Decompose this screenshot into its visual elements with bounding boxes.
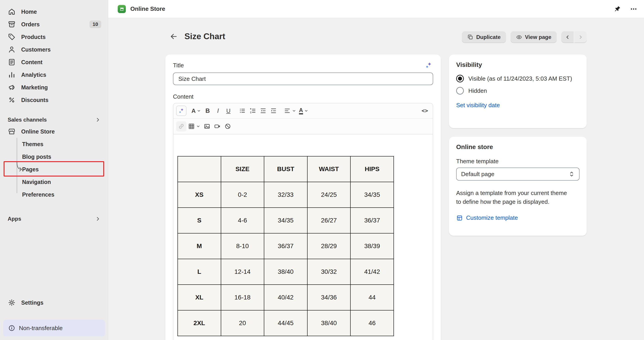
- size-table-cell: 46: [350, 310, 394, 336]
- customize-template-label: Customize template: [466, 214, 518, 221]
- sidebar-item-navigation[interactable]: Navigation: [3, 176, 105, 188]
- size-table-header-cell: WAIST: [307, 156, 351, 182]
- theme-template-label: Theme template: [456, 158, 580, 165]
- previous-page-button[interactable]: [561, 31, 574, 43]
- page-title: Size Chart: [184, 32, 225, 41]
- duplicate-button[interactable]: Duplicate: [462, 31, 506, 43]
- more-options-icon[interactable]: [630, 5, 637, 13]
- sidebar-item-preferences[interactable]: Preferences: [3, 188, 105, 201]
- clear-formatting-button[interactable]: [222, 121, 233, 132]
- size-table-cell: 34/36: [307, 285, 351, 310]
- size-table-row: L12-1438/4030/3241/42: [178, 259, 394, 285]
- size-table-header-cell: HIPS: [350, 156, 394, 182]
- view-page-button[interactable]: View page: [510, 31, 557, 43]
- pin-icon[interactable]: [614, 5, 621, 13]
- size-table-cell: 36/37: [264, 233, 307, 259]
- back-button[interactable]: [169, 31, 178, 41]
- sidebar-item-settings[interactable]: Settings: [3, 296, 105, 309]
- non-transferable-banner[interactable]: Non-transferable: [3, 320, 105, 337]
- eye-icon: [516, 34, 522, 40]
- font-style-dropdown[interactable]: A: [190, 106, 202, 116]
- discounts-icon: [8, 96, 16, 104]
- radio-selected-icon[interactable]: [456, 75, 464, 82]
- insert-image-button[interactable]: [202, 121, 212, 132]
- size-table-row: XL16-1840/4234/3644: [178, 285, 394, 310]
- text-color-dropdown[interactable]: A: [298, 106, 310, 116]
- magic-ai-button[interactable]: [176, 106, 186, 116]
- sidebar-nav: Home Orders 10 Products Customers: [0, 0, 108, 224]
- orders-icon: [8, 20, 16, 28]
- size-table-cell: 12-14: [221, 259, 264, 285]
- hidden-option[interactable]: Hidden: [456, 87, 580, 95]
- size-table-cell: 0-2: [221, 182, 264, 208]
- outdent-button[interactable]: [258, 106, 268, 116]
- chevron-right-icon: [94, 215, 101, 222]
- outdent-icon: [260, 107, 267, 114]
- sidebar-settings: Settings: [3, 296, 105, 309]
- editor-content-area[interactable]: SIZEBUSTWAISTHIPS XS0-232/3324/2534/35S4…: [174, 134, 433, 340]
- size-table-row-label: L: [178, 259, 221, 285]
- size-table-row-label: XS: [178, 182, 221, 208]
- sidebar-item-orders[interactable]: Orders 10: [3, 18, 105, 31]
- orders-count-badge: 10: [90, 20, 101, 28]
- apps-section[interactable]: Apps: [3, 213, 105, 224]
- insert-table-dropdown[interactable]: [186, 121, 202, 132]
- size-table-header-row: SIZEBUSTWAISTHIPS: [178, 156, 394, 182]
- italic-button[interactable]: I: [213, 106, 223, 116]
- info-icon: [8, 325, 15, 332]
- show-html-button[interactable]: <>: [420, 106, 430, 116]
- sidebar-item-home[interactable]: Home: [3, 5, 105, 18]
- bulleted-list-button[interactable]: [237, 106, 248, 116]
- bold-button[interactable]: B: [202, 106, 213, 116]
- sales-channels-section[interactable]: Sales channels: [3, 114, 105, 125]
- view-page-label: View page: [525, 34, 551, 40]
- set-visibility-date-link[interactable]: Set visibility date: [456, 102, 500, 109]
- size-table-cell: 34/35: [264, 208, 307, 233]
- sidebar-item-themes[interactable]: Themes: [3, 138, 105, 151]
- chevron-left-icon: [564, 34, 571, 40]
- sidebar-item-label: Pages: [22, 166, 39, 173]
- title-input[interactable]: [173, 72, 433, 85]
- sidebar-item-marketing[interactable]: Marketing: [3, 81, 105, 94]
- sidebar-item-content[interactable]: Content: [3, 56, 105, 68]
- numbered-list-button[interactable]: [248, 106, 258, 116]
- sidebar-item-customers[interactable]: Customers: [3, 43, 105, 56]
- indent-button[interactable]: [268, 106, 279, 116]
- underline-button[interactable]: U: [223, 106, 234, 116]
- radio-unselected-icon[interactable]: [456, 87, 464, 95]
- page-pager: [561, 31, 587, 43]
- customize-template-link[interactable]: Customize template: [456, 214, 580, 221]
- sidebar-item-label: Home: [21, 8, 37, 15]
- sidebar: Home Orders 10 Products Customers: [0, 0, 108, 340]
- bulleted-list-icon: [239, 107, 246, 114]
- sidebar-item-online-store[interactable]: Online Store: [3, 125, 105, 138]
- next-page-button[interactable]: [574, 31, 587, 43]
- chevron-right-icon: [94, 116, 101, 123]
- image-icon: [204, 123, 210, 130]
- size-table-cell: 36/37: [350, 208, 394, 233]
- insert-link-button[interactable]: [176, 121, 186, 132]
- select-chevrons-icon: [568, 171, 575, 177]
- sidebar-item-analytics[interactable]: Analytics: [3, 68, 105, 81]
- theme-template-select[interactable]: Default page: [456, 168, 580, 180]
- non-transferable-label: Non-transferable: [19, 325, 63, 332]
- visible-option[interactable]: Visible (as of 11/24/2023, 5:03 AM EST): [456, 75, 580, 82]
- sidebar-item-pages[interactable]: Pages: [3, 163, 105, 176]
- size-table-cell: 24/25: [307, 182, 351, 208]
- duplicate-label: Duplicate: [476, 34, 500, 40]
- link-icon: [178, 123, 185, 130]
- sidebar-item-blog-posts[interactable]: Blog posts: [3, 151, 105, 163]
- sidebar-item-discounts[interactable]: Discounts: [3, 94, 105, 106]
- insert-video-button[interactable]: [212, 121, 222, 132]
- sidebar-item-label: Preferences: [22, 191, 54, 198]
- size-table-header-cell: SIZE: [221, 156, 264, 182]
- chevron-down-icon: [197, 109, 201, 113]
- table-icon: [188, 123, 195, 130]
- font-style-label: A: [192, 107, 196, 114]
- size-table-cell: 4-6: [221, 208, 264, 233]
- indent-icon: [270, 107, 277, 114]
- ai-sparkle-icon[interactable]: [424, 61, 433, 70]
- sidebar-item-products[interactable]: Products: [3, 31, 105, 43]
- topbar-actions: [614, 5, 637, 13]
- alignment-dropdown[interactable]: [282, 106, 298, 116]
